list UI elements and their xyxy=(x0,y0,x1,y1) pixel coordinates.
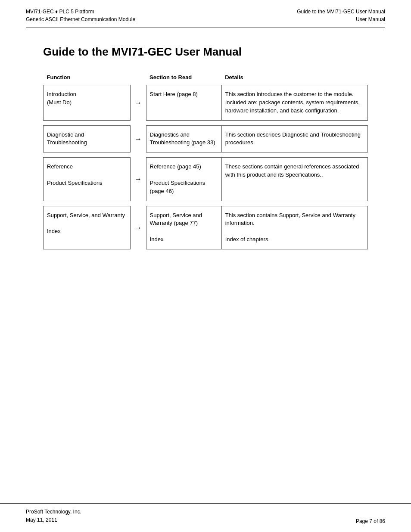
table-row: Reference Product Specifications→Referen… xyxy=(44,158,368,201)
cell-arrow: → xyxy=(131,125,146,152)
guide-table: Function Section to Read Details Introdu… xyxy=(43,72,368,249)
header-right: Guide to the MVI71-GEC User Manual User … xyxy=(297,8,385,23)
header-left: MVI71-GEC ♦ PLC 5 Platform Generic ASCII… xyxy=(26,8,135,23)
cell-section: Start Here (page 8) xyxy=(146,85,221,121)
col-header-details: Details xyxy=(221,72,367,85)
cell-details: This section contains Support, Service a… xyxy=(221,206,367,249)
cell-section: Reference (page 45) Product Specificatio… xyxy=(146,158,221,201)
header-left-line2: Generic ASCII Ethernet Communication Mod… xyxy=(26,16,135,23)
cell-arrow: → xyxy=(131,206,146,249)
page-footer: ProSoft Technology, Inc. May 11, 2011 Pa… xyxy=(0,503,411,532)
cell-details: This section describes Diagnostic and Tr… xyxy=(221,125,367,152)
header-right-line1: Guide to the MVI71-GEC User Manual xyxy=(297,8,385,16)
cell-arrow: → xyxy=(131,158,146,201)
col-header-section: Section to Read xyxy=(146,72,221,85)
cell-function: Diagnostic and Troubleshooting xyxy=(44,125,131,152)
table-row: Introduction (Must Do)→Start Here (page … xyxy=(44,85,368,121)
cell-section: Support, Service and Warranty (page 77) … xyxy=(146,206,221,249)
table-row: Support, Service, and Warranty Index→Sup… xyxy=(44,206,368,249)
col-header-arrow xyxy=(131,72,146,85)
main-content: Guide to the MVI71-GEC User Manual Funct… xyxy=(0,28,411,503)
table-row: Diagnostic and Troubleshooting→Diagnosti… xyxy=(44,125,368,152)
col-header-function: Function xyxy=(44,72,131,85)
cell-function: Introduction (Must Do) xyxy=(44,85,131,121)
page-wrapper: MVI71-GEC ♦ PLC 5 Platform Generic ASCII… xyxy=(0,0,411,532)
footer-left-line1: ProSoft Technology, Inc. xyxy=(26,508,81,516)
footer-left: ProSoft Technology, Inc. May 11, 2011 xyxy=(26,508,81,524)
header-right-line2: User Manual xyxy=(297,16,385,23)
cell-section: Diagnostics and Troubleshooting (page 33… xyxy=(146,125,221,152)
cell-function: Support, Service, and Warranty Index xyxy=(44,206,131,249)
cell-arrow: → xyxy=(131,85,146,121)
header-left-line1: MVI71-GEC ♦ PLC 5 Platform xyxy=(26,8,135,16)
cell-details: These sections contain general reference… xyxy=(221,158,367,201)
cell-details: This section introduces the customer to … xyxy=(221,85,367,121)
page-header: MVI71-GEC ♦ PLC 5 Platform Generic ASCII… xyxy=(0,0,411,28)
cell-function: Reference Product Specifications xyxy=(44,158,131,201)
footer-left-line2: May 11, 2011 xyxy=(26,516,81,524)
page-title: Guide to the MVI71-GEC User Manual xyxy=(43,45,368,59)
footer-right: Page 7 of 86 xyxy=(356,518,385,524)
